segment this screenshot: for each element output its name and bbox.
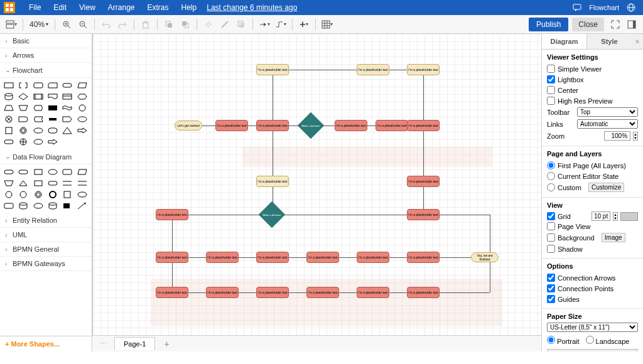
line-color-icon[interactable] [217,17,232,32]
paper-size-select[interactable]: US-Letter (8,5" x 11") [547,323,638,332]
shape-df[interactable] [61,178,73,188]
shape-df[interactable] [46,178,59,188]
flowchart-node[interactable]: I'm a placeholder text [407,252,440,263]
guides-option[interactable]: Guides [547,294,638,304]
table-dropdown[interactable]: ▾ [320,17,335,32]
shape-df[interactable] [76,178,89,188]
shape-double-circle[interactable] [17,126,30,136]
shape-process[interactable] [61,92,73,102]
page-tab[interactable]: Page-1 [114,337,155,350]
chat-icon[interactable] [569,3,585,12]
first-page-option[interactable]: First Page (All Layers) [547,160,638,171]
shape-df[interactable] [61,167,73,177]
fill-color-icon[interactable] [201,17,216,32]
flowchart-node[interactable]: I'm a placeholder text [215,120,248,131]
shape-parallelogram[interactable] [76,80,89,90]
category-bpmn-gateways[interactable]: BPMN Gateways [0,257,92,271]
category-uml[interactable]: UML [0,228,92,242]
flowchart-node[interactable]: I'm a placeholder text [206,287,239,298]
more-shapes-button[interactable]: + More Shapes... [0,336,92,351]
shape-trapezoid[interactable] [3,103,15,113]
shape-arrow[interactable] [76,126,89,136]
zoom-stepper[interactable]: ▲▼ [633,132,638,141]
shape-df[interactable] [32,178,45,188]
flowchart-node[interactable]: I'm a placeholder text [206,252,239,263]
portrait-option[interactable]: Portrait [547,336,580,345]
flowchart-node[interactable]: I'm a placeholder text [156,209,188,220]
shadow-icon[interactable] [234,17,249,32]
flowchart-node[interactable]: I'm a placeholder text [335,120,367,131]
tab-style[interactable]: Style [587,34,632,49]
category-basic[interactable]: Basic [0,34,92,48]
flowchart-node[interactable]: I'm a placeholder text [156,252,188,263]
flowchart-node[interactable]: I'm a placeholder text [357,252,389,263]
shape-pentagon[interactable] [61,114,73,124]
shape-data1[interactable] [46,114,59,124]
flowchart-node[interactable]: I'm a placeholder text [407,64,440,75]
page-menu-icon[interactable]: ⋯ [95,340,112,348]
category-arrows[interactable]: Arrows [0,48,92,63]
shape-df[interactable] [32,190,45,200]
shape-or[interactable] [17,137,30,147]
grid-stepper[interactable]: ▲▼ [613,212,618,221]
zoom-input[interactable]: 100% [604,131,630,141]
edit-data-button[interactable]: Edit Data [547,349,638,351]
shadow-option[interactable]: Shadow [547,244,638,254]
shape-ellipse4[interactable] [32,137,45,147]
flowchart-node[interactable]: I'm a placeholder text [256,287,289,298]
current-editor-option[interactable]: Current Editor State [547,171,638,181]
grid-size-input[interactable]: 10 pt [592,211,610,221]
conn-points-option[interactable]: Connection Points [547,283,638,294]
flowchart-end[interactable]: Yay, we are finished [471,252,499,262]
shape-circle[interactable] [76,103,89,113]
shape-df[interactable] [17,178,30,188]
shape-triangle[interactable] [61,126,73,136]
shape-display[interactable] [32,103,45,113]
page-view-option[interactable]: Page View [547,221,638,232]
category-entity-relation[interactable]: Entity Relation [0,213,92,228]
shape-stored-data[interactable] [32,114,45,124]
globe-icon[interactable] [623,3,639,12]
grid-color-swatch[interactable] [620,212,638,221]
landscape-option[interactable]: Landscape [586,336,630,345]
shape-delay[interactable] [17,114,30,124]
zoom-in-icon[interactable] [59,17,74,32]
shape-trapezoid2[interactable] [17,103,30,113]
shape-df[interactable] [3,201,15,211]
shape-subroutine[interactable] [32,92,45,102]
shape-df[interactable] [3,167,15,177]
conn-arrows-option[interactable]: Connection Arrows [547,272,638,283]
view-mode-dropdown[interactable]: ▾ [4,17,19,32]
lightbox-option[interactable]: Lightbox [547,74,638,85]
flowchart-node[interactable]: I'm a placeholder text [357,287,389,298]
add-page-button[interactable]: + [158,336,175,351]
flowchart-node[interactable]: I'm a placeholder text [256,176,289,187]
flowchart-node[interactable]: I'm a placeholder text [407,209,440,220]
shape-terminator2[interactable] [3,137,15,147]
shape-df[interactable] [46,190,59,200]
shape-square[interactable] [3,126,15,136]
shape-df[interactable] [17,167,30,177]
redo-icon[interactable] [115,17,130,32]
flowchart-node[interactable]: I'm a placeholder text [306,287,339,298]
shape-storage[interactable] [46,103,59,113]
flowchart-node[interactable]: I'm a placeholder text [256,252,289,263]
links-select[interactable]: Automatic [577,119,638,129]
shape-diamond[interactable] [17,92,30,102]
menu-file[interactable]: File [23,3,47,12]
shape-df[interactable] [17,190,30,200]
category-bpmn-general[interactable]: BPMN General [0,242,92,257]
flowchart-node[interactable]: I'm a placeholder text [256,64,289,75]
tab-diagram[interactable]: Diagram [542,34,587,49]
image-button[interactable]: Image [602,233,625,242]
connection-dropdown[interactable]: ▾ [257,17,272,32]
to-back-icon[interactable] [178,17,193,32]
delete-icon[interactable] [138,17,153,32]
grid-checkbox[interactable] [547,212,555,220]
shape-df[interactable] [61,190,73,200]
last-change-link[interactable]: Last change 6 minutes ago [207,3,297,12]
undo-icon[interactable] [99,17,114,32]
shape-terminator[interactable] [61,80,73,90]
shape-df[interactable] [32,201,45,211]
close-button[interactable]: Close [572,18,604,31]
